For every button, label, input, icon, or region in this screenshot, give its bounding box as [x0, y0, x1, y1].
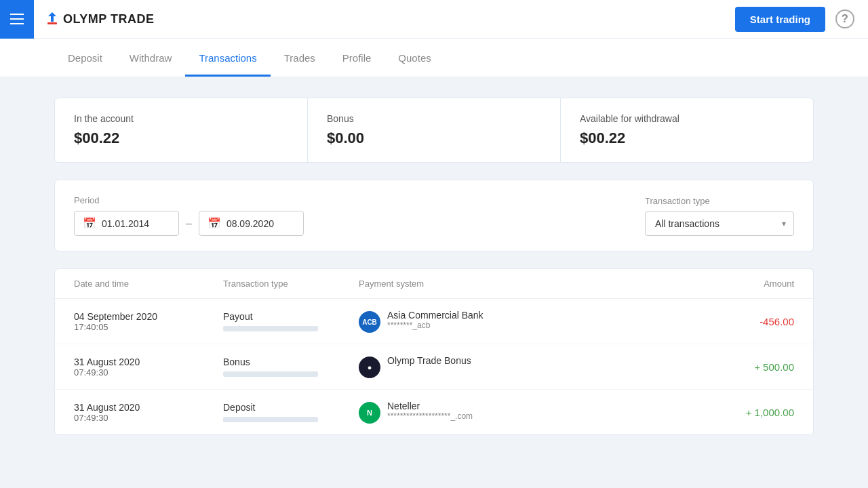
- row1-payment-icon-label: ACB: [362, 319, 377, 326]
- row1-time: 17:40:05: [74, 322, 223, 332]
- transaction-type-select-wrapper: All transactions Deposit Withdraw Bonus …: [645, 211, 794, 236]
- row2-payment-info: Olymp Trade Bonus: [387, 355, 471, 366]
- row1-amount: -456.00: [706, 316, 794, 327]
- transaction-type-label: Transaction type: [645, 196, 794, 206]
- row1-payment-icon: ACB: [359, 311, 380, 333]
- table-header: Date and time Transaction type Payment s…: [55, 269, 813, 299]
- navigation: Deposit Withdraw Transactions Trades Pro…: [0, 39, 868, 77]
- row3-date: 31 August 2020: [74, 402, 223, 413]
- header-date-time: Date and time: [74, 279, 223, 289]
- account-label: In the account: [74, 113, 288, 124]
- row2-datetime: 31 August 2020 07:49:30: [74, 357, 223, 378]
- withdrawal-value: $00.22: [580, 129, 794, 147]
- period-label: Period: [74, 195, 304, 205]
- transaction-type-filter-group: Transaction type All transactions Deposi…: [645, 196, 794, 236]
- svg-rect-1: [47, 22, 57, 24]
- row3-time: 07:49:30: [74, 413, 223, 423]
- account-value: $00.22: [74, 129, 288, 147]
- summary-card-bonus: Bonus $0.00: [308, 98, 561, 162]
- bonus-label: Bonus: [327, 113, 541, 124]
- logo-text: OLYMP TRADE: [63, 12, 155, 26]
- row2-time: 07:49:30: [74, 367, 223, 378]
- date-range-dash: –: [186, 218, 192, 230]
- row3-payment-name: Neteller: [387, 401, 473, 411]
- row2-payment-icon-label: ●: [368, 363, 372, 371]
- period-filter-group: Period 📅 – 📅: [74, 195, 304, 236]
- header-right: Start trading ?: [735, 7, 854, 32]
- row2-payment-icon: ●: [359, 357, 380, 378]
- transaction-type-select[interactable]: All transactions Deposit Withdraw Bonus …: [645, 211, 794, 236]
- nav-item-profile[interactable]: Profile: [329, 39, 385, 77]
- row2-date: 31 August 2020: [74, 357, 223, 367]
- row3-type-label: Deposit: [223, 402, 359, 413]
- summary-cards: In the account $00.22 Bonus $0.00 Availa…: [54, 98, 814, 163]
- row2-type-label: Bonus: [223, 357, 359, 367]
- hamburger-menu-button[interactable]: [0, 0, 34, 39]
- nav-item-transactions[interactable]: Transactions: [185, 39, 270, 77]
- row3-type-bar: [223, 417, 318, 422]
- date-from-field[interactable]: [102, 218, 170, 229]
- header-amount: Amount: [706, 279, 794, 289]
- summary-card-withdrawal: Available for withdrawal $00.22: [561, 98, 813, 162]
- row1-transaction-type: Payout: [223, 311, 359, 331]
- date-to-field[interactable]: [226, 218, 294, 229]
- row1-type-label: Payout: [223, 311, 359, 322]
- table-row: 04 September 2020 17:40:05 Payout ACB As…: [55, 299, 813, 344]
- row3-payment-info: Neteller ********************_.com: [387, 401, 473, 421]
- header-transaction-type: Transaction type: [223, 279, 359, 289]
- summary-card-account: In the account $00.22: [55, 98, 308, 162]
- row3-payment-icon: N: [359, 402, 380, 424]
- row1-date: 04 September 2020: [74, 311, 223, 322]
- row3-amount: + 1,000.00: [706, 407, 794, 418]
- row1-payment-name: Asia Commercial Bank: [387, 310, 484, 321]
- row3-datetime: 31 August 2020 07:49:30: [74, 402, 223, 423]
- nav-item-trades[interactable]: Trades: [271, 39, 329, 77]
- date-from-input[interactable]: 📅: [74, 211, 179, 236]
- row2-type-bar: [223, 371, 318, 377]
- calendar-from-icon: 📅: [83, 217, 96, 230]
- logo: OLYMP TRADE: [44, 11, 155, 27]
- main-content: In the account $00.22 Bonus $0.00 Availa…: [0, 77, 868, 455]
- logo-icon: [44, 11, 60, 27]
- row2-payment-name: Olymp Trade Bonus: [387, 355, 471, 366]
- date-to-input[interactable]: 📅: [199, 211, 304, 236]
- transactions-table: Date and time Transaction type Payment s…: [54, 268, 814, 435]
- row1-datetime: 04 September 2020 17:40:05: [74, 311, 223, 332]
- nav-item-quotes[interactable]: Quotes: [384, 39, 444, 77]
- withdrawal-label: Available for withdrawal: [580, 113, 794, 124]
- svg-marker-0: [48, 12, 56, 22]
- row1-payment-system: ACB Asia Commercial Bank ********_acb: [359, 310, 706, 333]
- nav-item-deposit[interactable]: Deposit: [54, 39, 116, 77]
- help-icon[interactable]: ?: [835, 9, 854, 28]
- row3-payment-icon-label: N: [367, 409, 372, 417]
- bonus-value: $0.00: [327, 129, 541, 147]
- row3-transaction-type: Deposit: [223, 402, 359, 422]
- calendar-to-icon: 📅: [208, 217, 221, 230]
- row3-payment-detail: ********************_.com: [387, 411, 473, 421]
- row1-type-bar: [223, 326, 318, 331]
- header: OLYMP TRADE Start trading ?: [0, 0, 868, 39]
- row3-payment-system: N Neteller ********************_.com: [359, 401, 706, 424]
- table-row: 31 August 2020 07:49:30 Deposit N Netell…: [55, 390, 813, 434]
- filter-section: Period 📅 – 📅 Transaction type All transa…: [54, 180, 814, 251]
- row2-payment-system: ● Olymp Trade Bonus: [359, 355, 706, 378]
- row1-payment-detail: ********_acb: [387, 321, 484, 330]
- date-inputs: 📅 – 📅: [74, 211, 304, 236]
- row2-transaction-type: Bonus: [223, 357, 359, 377]
- nav-item-withdraw[interactable]: Withdraw: [116, 39, 186, 77]
- header-payment-system: Payment system: [359, 279, 706, 289]
- table-row: 31 August 2020 07:49:30 Bonus ● Olymp Tr…: [55, 344, 813, 390]
- start-trading-button[interactable]: Start trading: [735, 7, 825, 32]
- row1-payment-info: Asia Commercial Bank ********_acb: [387, 310, 484, 330]
- row2-amount: + 500.00: [706, 361, 794, 373]
